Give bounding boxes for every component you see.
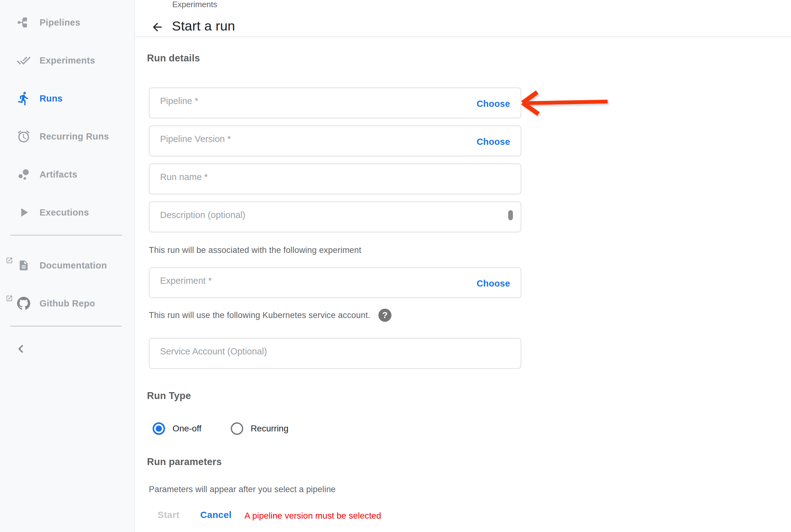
external-link-icon <box>6 294 13 304</box>
description-field <box>149 202 521 232</box>
run-name-field <box>149 164 521 194</box>
textarea-scrollbar-thumb[interactable] <box>508 210 513 220</box>
external-link-icon <box>6 256 13 266</box>
pipelines-icon <box>14 13 33 32</box>
pipeline-input[interactable] <box>160 94 434 108</box>
experiment-field: Choose <box>149 267 521 298</box>
sidebar-item-label: Runs <box>40 93 63 104</box>
sidebar-item-label: Experiments <box>40 55 95 66</box>
experiment-note: This run will be associated with the fol… <box>149 245 361 255</box>
sidebar-divider <box>10 326 122 326</box>
start-button[interactable]: Start <box>158 510 179 520</box>
document-icon <box>14 256 33 275</box>
sidebar-item-documentation[interactable]: Documentation <box>0 250 134 281</box>
sidebar-item-recurring-runs[interactable]: Recurring Runs <box>0 121 134 152</box>
run-details-heading: Run details <box>147 53 200 64</box>
sidebar-item-github-repo[interactable]: Github Repo <box>0 288 134 319</box>
experiment-choose-button[interactable]: Choose <box>477 279 510 289</box>
sidebar-item-label: Artifacts <box>40 169 77 180</box>
one-off-radio-label[interactable]: One-off <box>173 424 201 434</box>
sidebar: Pipelines Experiments Runs Recurring Run… <box>0 0 135 532</box>
run-parameters-empty-message: Parameters will appear after you select … <box>149 484 336 494</box>
pipeline-choose-button[interactable]: Choose <box>477 99 510 109</box>
sidebar-divider <box>10 235 122 235</box>
collapse-sidebar-button[interactable] <box>14 342 28 356</box>
service-account-note-row: This run will use the following Kubernet… <box>149 309 391 322</box>
pipeline-version-choose-button[interactable]: Choose <box>477 137 510 147</box>
sidebar-item-label: Executions <box>40 207 89 218</box>
run-type-heading: Run Type <box>147 390 191 401</box>
sidebar-item-runs[interactable]: Runs <box>0 83 134 114</box>
service-account-input[interactable] <box>160 344 434 359</box>
annotation-arrow <box>515 86 618 123</box>
artifacts-icon <box>14 165 33 184</box>
back-arrow-icon[interactable] <box>151 21 164 34</box>
executions-icon <box>14 203 33 222</box>
run-type-radio-group: One-off Recurring <box>153 422 317 435</box>
cancel-button[interactable]: Cancel <box>200 510 232 520</box>
sidebar-item-label: Pipelines <box>40 17 80 28</box>
sidebar-item-experiments[interactable]: Experiments <box>0 45 134 76</box>
pipeline-version-input[interactable] <box>160 132 434 146</box>
page-title: Start a run <box>172 18 235 34</box>
description-input[interactable] <box>160 208 434 222</box>
validation-error-message: A pipeline version must be selected <box>245 511 381 521</box>
pipeline-version-field: Choose <box>149 126 521 156</box>
one-off-radio[interactable] <box>153 422 165 435</box>
recurring-runs-icon <box>14 127 33 146</box>
sidebar-item-pipelines[interactable]: Pipelines <box>0 7 134 38</box>
service-account-note: This run will use the following Kubernet… <box>149 310 370 320</box>
experiment-input[interactable] <box>160 273 434 288</box>
run-name-input[interactable] <box>160 170 434 184</box>
sidebar-item-label: Documentation <box>40 260 107 271</box>
experiments-icon <box>14 51 33 70</box>
breadcrumb[interactable]: Experiments <box>172 0 217 10</box>
github-icon <box>14 294 33 313</box>
help-icon[interactable]: ? <box>379 309 391 322</box>
recurring-radio-label[interactable]: Recurring <box>251 424 288 434</box>
run-parameters-heading: Run parameters <box>147 456 222 468</box>
sidebar-item-executions[interactable]: Executions <box>0 197 134 228</box>
service-account-field <box>149 338 521 369</box>
sidebar-item-artifacts[interactable]: Artifacts <box>0 159 134 190</box>
sidebar-item-label: Recurring Runs <box>40 131 109 142</box>
header-divider <box>135 36 791 37</box>
runs-icon <box>14 89 33 108</box>
sidebar-item-label: Github Repo <box>40 298 95 309</box>
recurring-radio[interactable] <box>231 422 243 435</box>
pipeline-field: Choose <box>149 88 521 118</box>
